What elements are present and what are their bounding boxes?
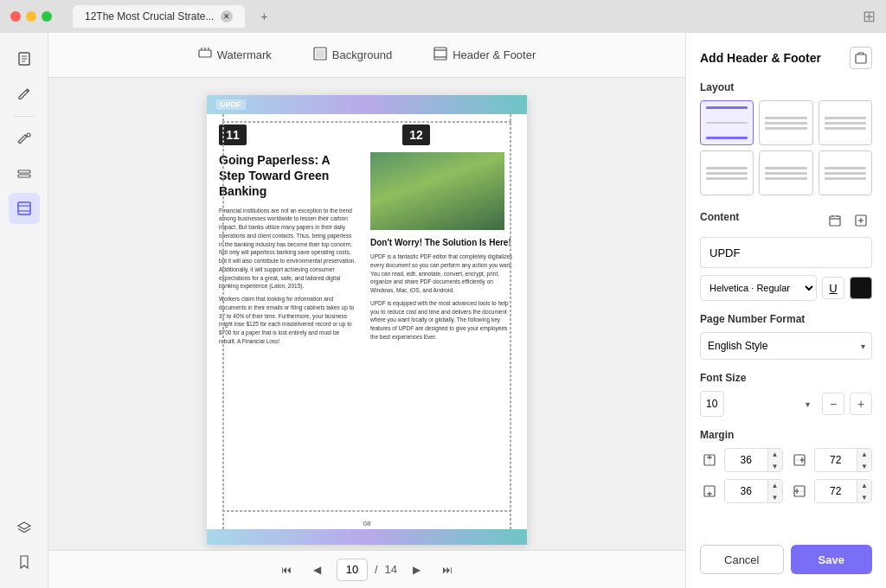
content-icon-buttons	[824, 209, 872, 232]
svg-rect-11	[199, 50, 211, 57]
font-size-select[interactable]: 10 8 12 14	[700, 391, 724, 417]
margin-bottom-input[interactable]	[725, 485, 767, 497]
sidebar-icon-edit[interactable]	[9, 78, 40, 109]
panel-export-button[interactable]	[850, 47, 872, 69]
svg-rect-8	[18, 202, 30, 214]
page-num-11: 11	[219, 125, 247, 145]
font-size-row: 10 8 12 14 − +	[700, 391, 872, 417]
document-tab[interactable]: 12The Most Crucial Strate... ✕	[73, 5, 245, 28]
content-section: Content Helvetica · Regular Arial · Regu…	[700, 209, 872, 301]
svg-rect-16	[316, 49, 324, 58]
margin-left-input-wrap: ▲ ▼	[814, 479, 873, 503]
layout-label: Layout	[700, 81, 872, 93]
watermark-button[interactable]: Watermark	[188, 42, 282, 68]
header-footer-label: Header & Footer	[453, 48, 536, 61]
layout-option-1[interactable]	[700, 100, 754, 145]
app-logo: ⊞	[863, 7, 876, 26]
close-button[interactable]	[10, 11, 21, 22]
margin-left-increase[interactable]: ▲	[857, 479, 871, 491]
margin-right-input-wrap: ▲ ▼	[814, 448, 873, 472]
svg-rect-6	[18, 170, 30, 173]
sidebar-icon-layers[interactable]	[9, 512, 40, 543]
page-input[interactable]	[337, 559, 368, 581]
svg-rect-17	[434, 48, 446, 60]
cancel-button[interactable]: Cancel	[700, 545, 784, 574]
layout-option-6[interactable]	[819, 150, 872, 195]
calendar-icon-button[interactable]	[824, 209, 846, 232]
margin-top-input[interactable]	[725, 454, 767, 466]
next-page-button[interactable]: ▶	[404, 558, 428, 582]
margin-top-increase[interactable]: ▲	[768, 448, 782, 460]
left-sidebar	[0, 33, 48, 588]
last-page-button[interactable]: ⏭	[435, 558, 459, 582]
font-family-select[interactable]: Helvetica · Regular Arial · Regular Time…	[700, 275, 817, 301]
panel-title: Add Header & Footer	[700, 51, 821, 65]
prev-page-button[interactable]: ◀	[305, 558, 330, 582]
layout-option-5[interactable]	[759, 150, 812, 195]
margin-left-input[interactable]	[815, 485, 857, 497]
layout-option-3[interactable]	[819, 100, 872, 145]
margin-right-increase[interactable]: ▲	[857, 448, 871, 460]
margin-top-icon	[700, 451, 719, 470]
page-num-12: 12	[402, 125, 430, 145]
font-size-select-wrapper: 10 8 12 14	[700, 391, 817, 417]
content-text-input[interactable]	[700, 237, 872, 268]
margin-bottom-spinner: ▲ ▼	[767, 479, 782, 503]
page-number-format-section: Page Number Format English Style Arabic …	[700, 313, 872, 360]
sidebar-icon-annotate[interactable]	[9, 124, 40, 155]
toolbar: Watermark Background Header & Footer	[48, 33, 685, 78]
header-footer-button[interactable]: Header & Footer	[423, 42, 546, 68]
font-size-section: Font Size 10 8 12 14 − +	[700, 372, 872, 417]
content-label: Content	[700, 211, 739, 223]
font-size-increase-button[interactable]: +	[850, 393, 872, 415]
layout-option-4[interactable]	[700, 150, 754, 195]
doc-body-text: Financial institutions are not an except…	[219, 207, 357, 291]
sidebar-icon-page[interactable]	[9, 43, 40, 74]
sidebar-divider	[14, 116, 35, 117]
doc-subtitle: Don't Worry! The Solution Is Here!	[370, 237, 515, 248]
doc-right-text-2: UPDF is equipped with the most advanced …	[370, 299, 515, 342]
margin-bottom-increase[interactable]: ▲	[768, 479, 782, 491]
minimize-button[interactable]	[26, 11, 36, 22]
traffic-lights	[10, 11, 52, 22]
sidebar-icon-header-footer[interactable]	[9, 193, 40, 224]
margin-top-decrease[interactable]: ▼	[768, 460, 782, 472]
sidebar-icon-forms[interactable]	[9, 158, 40, 189]
insert-icon-button[interactable]	[850, 209, 872, 232]
background-button[interactable]: Background	[303, 42, 402, 68]
doc-right-column: Don't Worry! The Solution Is Here! UPDF …	[370, 152, 515, 342]
sidebar-icon-bookmark[interactable]	[9, 546, 40, 578]
first-page-button[interactable]: ⏮	[274, 558, 299, 582]
doc-body-text-2: Workers claim that looking for informati…	[219, 295, 357, 346]
main-content: Watermark Background Header & Footer	[0, 33, 886, 588]
underline-button[interactable]: U	[822, 277, 844, 299]
page-number-format-select[interactable]: English Style Arabic Roman	[700, 332, 872, 360]
tab-close-button[interactable]: ✕	[221, 10, 233, 22]
svg-point-5	[27, 133, 30, 137]
margin-bottom-input-wrap: ▲ ▼	[724, 479, 783, 503]
margin-right-input[interactable]	[815, 454, 857, 466]
panel-footer: Cancel Save	[700, 538, 872, 574]
document-view: UPDF 11 12 Going Paperless: A Step Towar…	[48, 78, 685, 550]
watermark-label: Watermark	[217, 48, 272, 61]
margin-left-decrease[interactable]: ▼	[857, 491, 871, 503]
svg-line-4	[26, 90, 28, 92]
save-button[interactable]: Save	[791, 545, 873, 574]
doc-content: 11 12 Going Paperless: A Step Toward Gre…	[207, 114, 527, 356]
title-bar: 12The Most Crucial Strate... ✕ + ⊞	[0, 0, 886, 33]
svg-rect-7	[18, 175, 30, 177]
doc-right-text: UPDF is a fantastic PDF editor that comp…	[370, 252, 515, 295]
margin-bottom-decrease[interactable]: ▼	[768, 491, 782, 503]
page-numbers-row: 11 12	[219, 125, 515, 145]
color-swatch[interactable]	[850, 277, 872, 299]
page-number-format-label: Page Number Format	[700, 313, 872, 325]
new-tab-button[interactable]: +	[255, 8, 273, 25]
margin-right-decrease[interactable]: ▼	[857, 460, 871, 472]
margin-section: Margin ▲ ▼	[700, 429, 872, 503]
doc-footer	[207, 529, 527, 545]
layout-option-2[interactable]	[759, 100, 812, 145]
document-page: UPDF 11 12 Going Paperless: A Step Towar…	[207, 95, 527, 545]
maximize-button[interactable]	[42, 11, 52, 22]
margin-grid: ▲ ▼ ▲ ▼	[700, 448, 872, 503]
font-size-decrease-button[interactable]: −	[822, 393, 844, 415]
